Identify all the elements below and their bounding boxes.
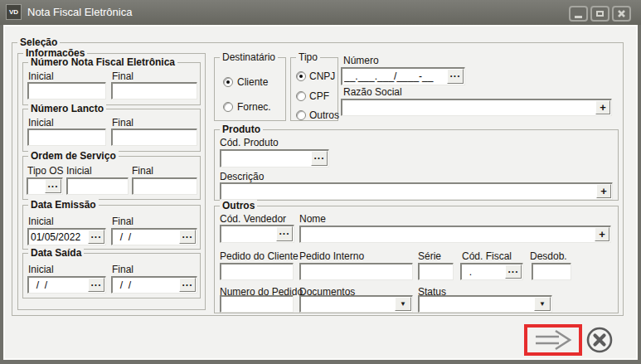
radio-fornecedor[interactable] (223, 102, 233, 112)
nfe-inicial-label: Inicial (28, 71, 54, 82)
razao-social-input[interactable] (342, 99, 595, 115)
nome-input[interactable] (300, 226, 594, 242)
numero-lookup-button[interactable]: ... (447, 69, 464, 84)
nome-field: + (299, 226, 611, 243)
data-emissao-group: Data Emissão Inicial Final ... ... (22, 205, 201, 250)
radio-cliente-label[interactable]: Cliente (237, 77, 268, 88)
pedido-interno-label: Pedido Interno (299, 251, 364, 262)
nome-add-button[interactable]: + (595, 227, 609, 241)
saida-inicial-date-button[interactable]: ... (88, 278, 104, 292)
lancto-final-input[interactable] (112, 129, 197, 145)
radio-cpf-label[interactable]: CPF (309, 91, 329, 102)
tipo-group-label: Tipo (296, 51, 320, 64)
numero-pedido-input[interactable] (221, 296, 293, 312)
minimize-icon (575, 16, 582, 18)
emissao-final-label: Final (112, 216, 134, 227)
saida-final-input[interactable] (112, 277, 178, 293)
numero-label: Número (343, 56, 379, 66)
numero-field: ... (341, 67, 465, 85)
lancto-inicial-input[interactable] (28, 129, 105, 145)
plus-icon: + (600, 104, 606, 112)
cod-fiscal-label: Cód. Fiscal (462, 251, 512, 262)
radio-fornecedor-label[interactable]: Fornec. (237, 102, 271, 113)
serie-input[interactable] (419, 264, 453, 279)
descricao-field: + (220, 182, 613, 200)
destinatario-group: Destinatário Cliente Fornec. (214, 57, 286, 121)
outros-group-label: Outros (220, 200, 257, 212)
pedido-interno-field (299, 263, 413, 280)
titlebar: VD Nota Fiscal Eletrônica (0, 0, 641, 25)
descricao-input[interactable] (221, 183, 595, 199)
nfe-final-input[interactable] (112, 83, 197, 99)
numero-input[interactable] (342, 68, 446, 85)
ordem-servico-group-label: Ordem de Serviço (28, 150, 119, 163)
plus-icon: + (600, 187, 607, 196)
razao-social-label: Razão Social (343, 87, 402, 98)
radio-cpf[interactable] (296, 91, 306, 101)
maximize-button[interactable] (590, 6, 609, 22)
documentos-input[interactable] (300, 296, 394, 312)
lancto-inicial-label: Inicial (28, 118, 54, 129)
saida-final-date-button[interactable]: ... (179, 278, 196, 292)
cod-fiscal-field: ... (460, 263, 523, 280)
radio-outros[interactable] (296, 110, 306, 120)
ordem-servico-group: Ordem de Serviço Tipo OS Inicial Final .… (22, 156, 201, 200)
data-saida-group: Data Saída Inicial Final ... ... (22, 253, 201, 298)
lancto-final-label: Final (112, 118, 134, 129)
tipo-os-input[interactable] (27, 178, 44, 194)
cod-fiscal-lookup-button[interactable]: ... (505, 265, 522, 279)
desdob-label: Desdob. (530, 251, 567, 262)
pedido-interno-input[interactable] (300, 264, 412, 279)
os-final-input[interactable] (133, 178, 197, 194)
cancel-x-icon (585, 326, 614, 354)
desdob-input[interactable] (532, 264, 571, 279)
nfe-final-label: Final (112, 71, 134, 82)
emissao-final-date-button[interactable]: ... (179, 230, 196, 244)
minimize-button[interactable] (569, 6, 588, 22)
descricao-add-button[interactable]: + (596, 184, 611, 198)
cod-produto-input[interactable] (221, 150, 310, 167)
radio-cliente[interactable] (223, 77, 233, 87)
proceed-arrow-icon (531, 328, 575, 352)
pedido-cliente-input[interactable] (221, 264, 293, 279)
emissao-final-input[interactable] (112, 229, 178, 245)
documentos-dropdown-button[interactable]: ▼ (395, 297, 411, 311)
data-saida-group-label: Data Saída (28, 247, 84, 260)
nome-label: Nome (299, 214, 326, 225)
saida-inicial-field: ... (27, 276, 106, 294)
emissao-final-field: ... (111, 228, 197, 245)
cod-vendedor-input[interactable] (221, 226, 275, 242)
cod-vendedor-label: Cód. Vendedor (220, 214, 286, 225)
cod-produto-label: Cód. Produto (220, 138, 279, 148)
ellipsis-icon: ... (313, 154, 324, 158)
tipo-os-label: Tipo OS (27, 166, 64, 177)
emissao-inicial-label: Inicial (28, 216, 54, 227)
nfe-group-label: Número Nota Fiscal Eletrônica (28, 56, 177, 69)
os-inicial-input[interactable] (67, 178, 128, 194)
tipo-os-lookup-button[interactable]: ... (45, 179, 61, 193)
razao-social-field: + (341, 99, 612, 116)
nfe-inicial-input[interactable] (28, 83, 105, 99)
desdob-field (532, 263, 571, 280)
radio-outros-label[interactable]: Outros (309, 110, 339, 121)
cod-produto-lookup-button[interactable]: ... (311, 151, 328, 166)
emissao-inicial-date-button[interactable]: ... (88, 230, 104, 244)
destinatario-group-label: Destinatário (220, 51, 278, 64)
ellipsis-icon: ... (90, 233, 101, 236)
radio-cnpj[interactable] (296, 71, 306, 81)
cod-fiscal-input[interactable] (461, 264, 504, 279)
emissao-inicial-input[interactable] (28, 229, 87, 245)
proceed-button[interactable] (531, 328, 575, 352)
numero-pedido-field (220, 295, 294, 313)
documentos-dropdown[interactable]: ▼ (299, 295, 413, 313)
radio-cnpj-label[interactable]: CNPJ (309, 71, 335, 82)
cancel-button[interactable] (585, 326, 614, 354)
status-dropdown[interactable]: ▼ (418, 295, 552, 313)
saida-inicial-input[interactable] (28, 277, 87, 293)
razao-social-add-button[interactable]: + (595, 100, 610, 114)
status-dropdown-button[interactable]: ▼ (534, 297, 551, 311)
cod-vendedor-lookup-button[interactable]: ... (276, 226, 293, 241)
status-input[interactable] (419, 296, 533, 312)
ellipsis-icon: ... (449, 72, 460, 75)
close-button[interactable] (612, 6, 631, 22)
